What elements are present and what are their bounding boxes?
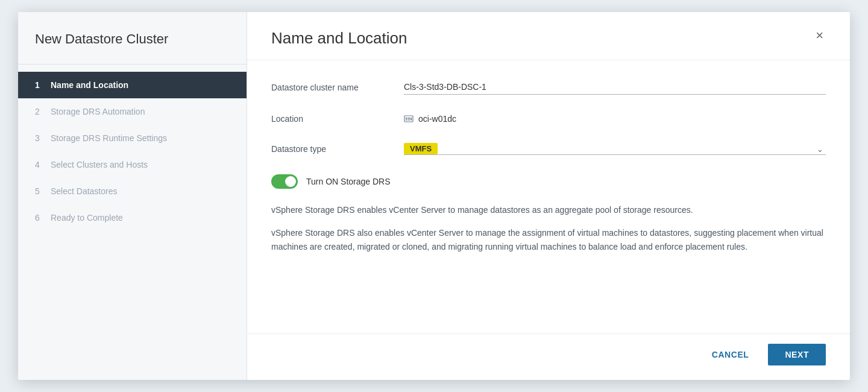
datastore-type-label: Datastore type: [271, 144, 404, 154]
dialog: New Datastore Cluster 1Name and Location…: [18, 12, 850, 380]
close-button[interactable]: ×: [813, 29, 826, 42]
sidebar-step-1[interactable]: 1Name and Location: [18, 72, 247, 98]
cancel-button[interactable]: CANCEL: [700, 344, 761, 365]
sidebar-steps: 1Name and Location2Storage DRS Automatio…: [18, 65, 247, 380]
step-number: 3: [35, 133, 45, 143]
location-value: oci-w01dc: [404, 114, 826, 124]
toggle-slider: [271, 174, 298, 189]
sidebar-step-4[interactable]: 4Select Clusters and Hosts: [18, 151, 247, 178]
main-header: Name and Location ×: [247, 12, 850, 60]
storage-drs-toggle[interactable]: [271, 174, 298, 189]
step-number: 6: [35, 213, 45, 223]
storage-drs-label: Turn ON Storage DRS: [306, 177, 391, 186]
step-label: Storage DRS Runtime Settings: [51, 133, 167, 143]
sidebar-step-5[interactable]: 5Select Datastores: [18, 178, 247, 204]
cluster-name-input[interactable]: [404, 80, 826, 95]
cluster-name-value[interactable]: [404, 80, 826, 95]
sidebar-title: New Datastore Cluster: [18, 12, 247, 65]
step-number: 4: [35, 160, 45, 169]
next-button[interactable]: NEXT: [768, 344, 826, 365]
svg-rect-2: [408, 118, 410, 119]
step-number: 2: [35, 107, 45, 116]
cluster-name-label: Datastore cluster name: [271, 83, 404, 92]
location-text: oci-w01dc: [418, 114, 456, 124]
svg-rect-5: [410, 118, 412, 121]
step-number: 1: [35, 80, 45, 90]
location-row: Location oci-w01dc: [271, 114, 826, 124]
step-label: Select Clusters and Hosts: [51, 160, 148, 169]
datastore-type-row: Datastore type VMFS VMFS NFS ⌄: [271, 143, 826, 155]
step-label: Ready to Complete: [51, 213, 123, 223]
cluster-name-row: Datastore cluster name: [271, 80, 826, 95]
step-label: Storage DRS Automation: [51, 107, 145, 116]
storage-drs-toggle-row: Turn ON Storage DRS: [271, 174, 826, 189]
datacenter-icon: [404, 114, 414, 124]
datastore-type-select-wrapper: VMFS VMFS NFS ⌄: [404, 143, 826, 155]
svg-rect-4: [408, 119, 410, 121]
main-panel: Name and Location × Datastore cluster na…: [247, 12, 850, 380]
sidebar-step-6[interactable]: 6Ready to Complete: [18, 204, 247, 231]
sidebar-step-3[interactable]: 3Storage DRS Runtime Settings: [18, 125, 247, 151]
step-label: Select Datastores: [51, 186, 118, 196]
main-body: Datastore cluster name Location: [247, 60, 850, 334]
main-title: Name and Location: [271, 29, 407, 48]
location-label: Location: [271, 114, 404, 124]
step-label: Name and Location: [51, 80, 128, 90]
sidebar: New Datastore Cluster 1Name and Location…: [18, 12, 247, 380]
datastore-type-value: VMFS VMFS NFS ⌄: [404, 143, 826, 155]
step-number: 5: [35, 186, 45, 196]
svg-rect-3: [406, 119, 407, 121]
info-text-1: vSphere Storage DRS enables vCenter Serv…: [271, 203, 826, 217]
sidebar-step-2[interactable]: 2Storage DRS Automation: [18, 98, 247, 125]
svg-rect-1: [406, 118, 407, 119]
info-text-2: vSphere Storage DRS also enables vCenter…: [271, 226, 826, 253]
main-footer: CANCEL NEXT: [247, 334, 850, 380]
